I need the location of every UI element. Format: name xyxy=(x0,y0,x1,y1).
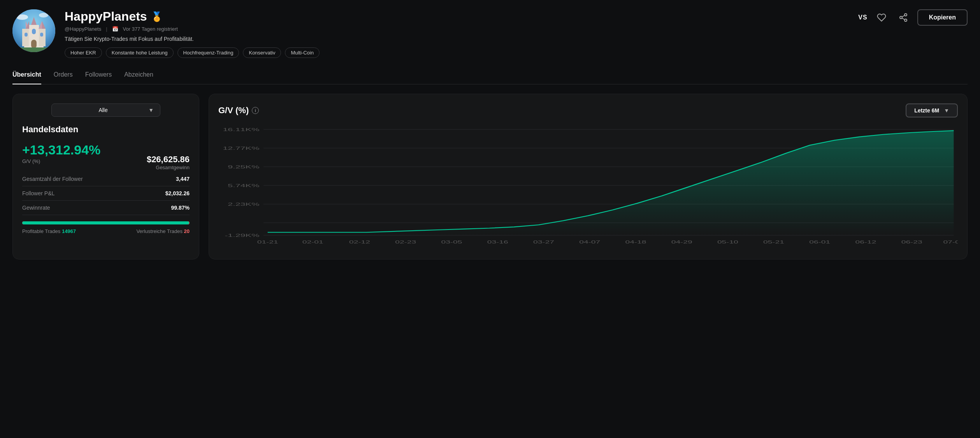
svg-text:04-07: 04-07 xyxy=(579,240,600,244)
svg-text:02-23: 02-23 xyxy=(395,240,416,244)
svg-point-18 xyxy=(904,14,907,16)
svg-rect-15 xyxy=(40,33,43,37)
svg-rect-14 xyxy=(25,33,28,37)
svg-text:-1.29K%: -1.29K% xyxy=(225,233,260,238)
nav-tabs: ÜbersichtOrdersFollowersAbzeichen xyxy=(12,67,968,84)
profile-info: HappyPlanets 🏅 @HappyPlanets | 📅 Vor 377… xyxy=(65,9,849,58)
nav-tab-übersicht[interactable]: Übersicht xyxy=(12,67,41,84)
svg-point-2 xyxy=(39,13,48,18)
left-panel: Alle ▼ Handelsdaten +13,312.94% G/V (%) … xyxy=(12,94,199,259)
chart-header: G/V (%) i Letzte 6M ▼ xyxy=(218,103,958,117)
profitable-trades: Profitable Trades 14967 xyxy=(22,228,76,234)
svg-text:5.74K%: 5.74K% xyxy=(228,183,259,188)
svg-text:03-16: 03-16 xyxy=(487,240,508,244)
svg-line-21 xyxy=(902,18,904,20)
followers-total-row: Gesamtzahl der Follower 3,447 xyxy=(22,172,190,186)
calendar-icon: 📅 xyxy=(112,26,118,32)
heart-button[interactable] xyxy=(874,10,889,25)
filter-select-text: Alle xyxy=(58,107,148,113)
win-rate-row: Gewinnrate 99.87% xyxy=(22,201,190,215)
svg-text:9.25K%: 9.25K% xyxy=(228,164,259,169)
share-button[interactable] xyxy=(896,10,911,25)
svg-rect-16 xyxy=(31,40,37,48)
main-content: Alle ▼ Handelsdaten +13,312.94% G/V (%) … xyxy=(12,94,968,259)
svg-text:2.23K%: 2.23K% xyxy=(228,201,259,207)
svg-rect-5 xyxy=(39,29,46,46)
follower-pnl-value: $2,032.26 xyxy=(165,190,190,196)
svg-text:01-21: 01-21 xyxy=(257,240,278,244)
svg-point-19 xyxy=(900,16,902,19)
profitable-label: Profitable Trades xyxy=(22,228,60,234)
win-rate-label: Gewinnrate xyxy=(22,205,50,211)
chevron-down-icon: ▼ xyxy=(148,107,154,113)
progress-bar-fill xyxy=(22,221,189,224)
time-filter-label: Letzte 6M xyxy=(914,107,939,114)
profitable-count-value: 14967 xyxy=(62,228,76,234)
profile-tag: Hoher EKR xyxy=(65,47,102,58)
svg-text:05-10: 05-10 xyxy=(717,240,738,244)
profile-description: Tätigen Sie Krypto-Trades mit Fokus auf … xyxy=(65,36,849,42)
profile-meta: @HappyPlanets | 📅 Vor 377 Tagen registri… xyxy=(65,26,849,32)
progress-container xyxy=(22,221,190,224)
right-panel: G/V (%) i Letzte 6M ▼ xyxy=(209,94,968,259)
avatar xyxy=(12,9,55,52)
nav-tab-abzeichen[interactable]: Abzeichen xyxy=(124,67,153,84)
total-gain-value: $26,625.86 xyxy=(147,154,190,165)
chart-area: 16.11K% 12.77K% 9.25K% 5.74K% 2.23K% -1.… xyxy=(218,125,958,250)
info-icon[interactable]: i xyxy=(252,107,259,114)
trades-row: Profitable Trades 14967 Verlustreiche Tr… xyxy=(22,228,190,234)
progress-bar-bg xyxy=(22,221,190,224)
svg-text:16.11K%: 16.11K% xyxy=(223,127,259,132)
chevron-down-icon: ▼ xyxy=(944,107,949,114)
svg-text:03-27: 03-27 xyxy=(533,240,554,244)
svg-text:05-21: 05-21 xyxy=(763,240,784,244)
nav-tab-followers[interactable]: Followers xyxy=(85,67,112,84)
total-gain-label: Gesamtgewinn xyxy=(147,165,190,170)
svg-text:04-18: 04-18 xyxy=(625,240,646,244)
svg-text:03-05: 03-05 xyxy=(441,240,462,244)
svg-point-1 xyxy=(16,14,28,20)
profile-handle: @HappyPlanets xyxy=(65,26,101,32)
svg-rect-13 xyxy=(32,29,36,34)
profile-tag: Konservativ xyxy=(243,47,281,58)
profile-tag: Konstante hohe Leistung xyxy=(106,47,174,58)
profile-tags: Hoher EKRKonstante hohe LeistungHochfreq… xyxy=(65,47,849,58)
svg-text:06-23: 06-23 xyxy=(901,240,922,244)
gain-label: G/V (%) xyxy=(22,158,100,164)
nav-tab-orders[interactable]: Orders xyxy=(54,67,73,84)
registered-text: Vor 377 Tagen registriert xyxy=(123,26,178,32)
svg-text:04-29: 04-29 xyxy=(671,240,692,244)
win-rate-value: 99.87% xyxy=(171,205,190,211)
gain-percent: +13,312.94% xyxy=(22,142,100,158)
profile-tag: Hochfrequenz-Trading xyxy=(177,47,239,58)
loss-trades: Verlustreiche Trades 20 xyxy=(136,228,190,234)
loss-label: Verlustreiche Trades xyxy=(136,228,183,234)
time-filter-select[interactable]: Letzte 6M ▼ xyxy=(906,103,958,117)
section-title: Handelsdaten xyxy=(22,124,190,135)
svg-rect-4 xyxy=(22,29,29,46)
svg-text:06-01: 06-01 xyxy=(809,240,830,244)
profile-tag: Multi-Coin xyxy=(285,47,320,58)
svg-text:02-12: 02-12 xyxy=(349,240,370,244)
profile-header: HappyPlanets 🏅 @HappyPlanets | 📅 Vor 377… xyxy=(12,9,968,58)
filter-select[interactable]: Alle ▼ xyxy=(51,103,160,117)
vs-label: VS xyxy=(858,14,867,21)
followers-total-value: 3,447 xyxy=(176,176,190,182)
profile-emoji: 🏅 xyxy=(151,11,163,22)
header-actions: VS Kopieren xyxy=(858,9,968,26)
chart-svg: 16.11K% 12.77K% 9.25K% 5.74K% 2.23K% -1.… xyxy=(218,125,958,250)
follower-pnl-row: Follower P&L $2,032.26 xyxy=(22,186,190,201)
svg-point-20 xyxy=(904,19,907,21)
svg-line-22 xyxy=(902,16,904,17)
svg-text:06-12: 06-12 xyxy=(855,240,876,244)
svg-rect-17 xyxy=(12,47,55,52)
svg-text:07-04: 07-04 xyxy=(943,240,958,244)
follower-pnl-label: Follower P&L xyxy=(22,190,54,196)
copy-button[interactable]: Kopieren xyxy=(917,9,968,26)
svg-text:12.77K%: 12.77K% xyxy=(223,145,259,151)
followers-total-label: Gesamtzahl der Follower xyxy=(22,176,83,182)
chart-title: G/V (%) i xyxy=(218,105,259,116)
profile-name: HappyPlanets xyxy=(65,9,147,24)
svg-text:02-01: 02-01 xyxy=(302,240,323,244)
loss-count-value: 20 xyxy=(184,228,190,234)
